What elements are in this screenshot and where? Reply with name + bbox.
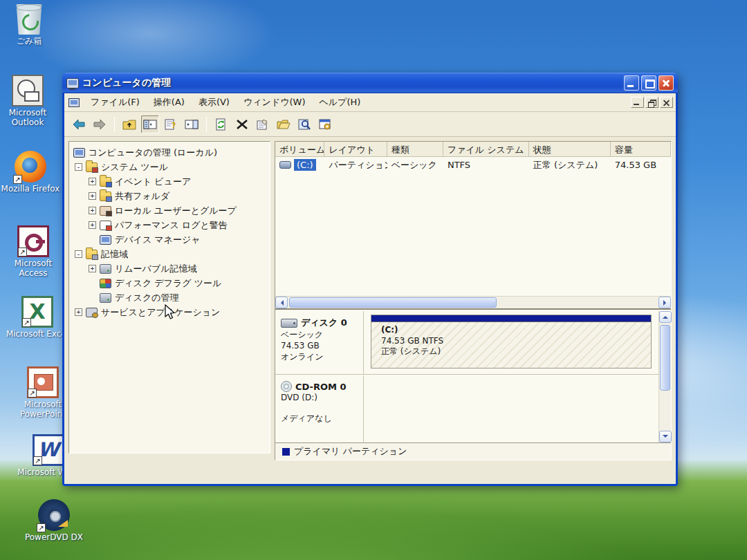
powerpoint-icon: ↗ [27,366,59,398]
maximize-button[interactable] [641,75,656,91]
properties-button[interactable] [254,115,272,133]
menu-action[interactable]: 操作(A) [147,93,192,111]
performance-logs-icon [100,221,111,230]
tree-item-local-users-groups[interactable]: + ローカル ユーザーとグループ [71,203,268,218]
icon-label: Microsoft Excel [4,330,71,339]
menu-window[interactable]: ウィンドウ(W) [237,93,313,111]
disk0-row: ディスク 0 ベーシック 74.53 GB オンライン (C:) 74.53 G… [275,311,658,375]
volume-list-header: ボリューム レイアウト 種類 ファイル システム 状態 容量 [275,142,671,157]
expand-box[interactable]: + [89,192,96,200]
outlook-icon [12,75,44,106]
tree-item-device-manager[interactable]: デバイス マネージャ [71,232,268,247]
tree-item-event-viewer[interactable]: + イベント ビューア [71,174,268,189]
expand-box[interactable]: + [89,265,96,272]
show-hide-console-tree-button[interactable] [141,115,159,133]
desktop-icon-outlook[interactable]: Microsoft Outlook [0,75,61,128]
volume-row-c[interactable]: (C:) パーティション ベーシック NTFS 正常 (システム) 74.53 … [275,157,671,173]
forward-button[interactable] [91,115,109,133]
desktop-icon-recycle-bin[interactable]: ごみ箱 [0,4,62,46]
desktop-icon-excel[interactable]: ↗ Microsoft Excel [4,296,71,339]
expand-box[interactable]: + [75,308,82,316]
cdrom0-status: メディアなし [281,413,359,424]
back-icon [72,118,86,131]
up-one-level-button[interactable] [120,115,138,133]
expand-box[interactable]: + [89,207,96,214]
close-button[interactable] [658,75,674,91]
computer-management-window: コンピュータの管理 ファイル(F) 操作(A) 表示(V) ウィンドウ(W) ヘ… [62,73,678,486]
expand-box[interactable]: + [89,178,96,185]
column-header-type[interactable]: 種類 [387,142,443,156]
firefox-icon: ↗ [15,151,46,183]
refresh-icon [214,118,228,131]
tree-item-computer-management-root[interactable]: コンピュータの管理 (ローカル) [71,145,268,160]
primary-partition-color-swatch [282,448,290,456]
storage-folder-icon [86,250,98,259]
console-content: コンピュータの管理 (ローカル) - システム ツール + イベント ビューア … [64,137,676,484]
tree-item-shared-folders[interactable]: + 共有フォルダ [71,189,268,203]
search-button[interactable] [295,115,313,133]
tree-item-storage[interactable]: - 記憶域 [71,247,268,261]
column-header-volume[interactable]: ボリューム [275,142,324,156]
scroll-down-button[interactable] [659,431,672,442]
cdrom0-name: CD-ROM 0 [295,382,347,392]
icon-label: Microsoft Outlook [0,109,61,128]
desktop-icon-access[interactable]: ↗ Microsoft Access [0,225,66,279]
partition-c[interactable]: (C:) 74.53 GB NTFS 正常 (システム) [371,315,652,368]
toolbar-separator [206,117,207,132]
recycle-bin-icon [15,4,43,35]
toolbar-separator [114,117,115,132]
shortcut-arrow-icon: ↗ [22,318,31,327]
disk0-info[interactable]: ディスク 0 ベーシック 74.53 GB オンライン [275,311,364,374]
toolbar: ? [64,112,676,137]
legend-label: プライマリ パーティション [294,445,407,458]
disk-graphical-pane: ディスク 0 ベーシック 74.53 GB オンライン (C:) 74.53 G… [275,311,671,442]
cdrom0-info[interactable]: CD-ROM 0 DVD (D:) メディアなし [275,375,364,442]
shortcut-arrow-icon: ↗ [28,389,37,398]
tree-item-system-tools[interactable]: - システム ツール [71,160,268,174]
vertical-scroll-thumb[interactable] [660,325,670,391]
tree-item-disk-management[interactable]: ディスクの管理 [71,290,268,305]
collapse-box[interactable]: - [75,163,82,171]
scroll-up-button[interactable] [659,311,672,323]
scroll-right-button[interactable] [658,297,671,308]
mdi-restore-button[interactable] [645,97,658,108]
open-folder-button[interactable] [275,115,293,133]
tree-item-removable-storage[interactable]: + リムーバブル記憶域 [71,261,268,276]
partition-label: (C:) [381,325,443,336]
mdi-minimize-button[interactable] [631,97,644,108]
vertical-scrollbar[interactable] [658,311,671,442]
horizontal-scrollbar[interactable] [275,296,671,308]
column-header-layout[interactable]: レイアウト [324,142,387,156]
column-header-capacity[interactable]: 容量 [611,142,671,156]
tree-item-performance-logs[interactable]: + パフォーマンス ログと警告 [71,218,268,232]
scroll-left-button[interactable] [275,297,288,308]
menu-help[interactable]: ヘルプ(H) [312,93,367,111]
collapse-box[interactable]: - [75,250,82,258]
delete-button[interactable] [233,115,251,133]
show-hide-console-tree-icon [143,118,157,131]
menu-file[interactable]: ファイル(F) [84,93,147,111]
minimize-button[interactable] [624,75,639,91]
powerdvd-icon: ↗ [38,499,70,531]
back-button[interactable] [70,115,88,133]
up-folder-icon [122,118,136,131]
column-header-status[interactable]: 状態 [529,142,611,156]
tree-item-disk-defrag[interactable]: ディスク デフラグ ツール [71,276,268,290]
horizontal-scroll-thumb[interactable] [289,297,497,308]
desktop-icon-firefox[interactable]: ↗ Mozilla Firefox [0,151,64,194]
arrow-up-icon [663,313,668,319]
expand-box[interactable]: + [89,221,96,229]
system-tools-folder-icon [86,162,98,172]
refresh-button[interactable] [212,115,230,133]
show-action-pane-button[interactable] [183,115,201,133]
arrow-down-icon [663,435,668,440]
volume-status: 正常 (システム) [529,158,611,173]
menu-view[interactable]: 表示(V) [192,93,237,111]
help-button[interactable] [316,115,334,133]
removable-storage-icon [100,264,111,274]
desktop-icon-powerdvd[interactable]: ↗ PowerDVD DX [21,499,87,543]
properties-help-button[interactable]: ? [162,115,180,133]
titlebar[interactable]: コンピュータの管理 [62,73,678,93]
column-header-filesystem[interactable]: ファイル システム [443,142,529,156]
mdi-close-button[interactable] [660,97,673,108]
